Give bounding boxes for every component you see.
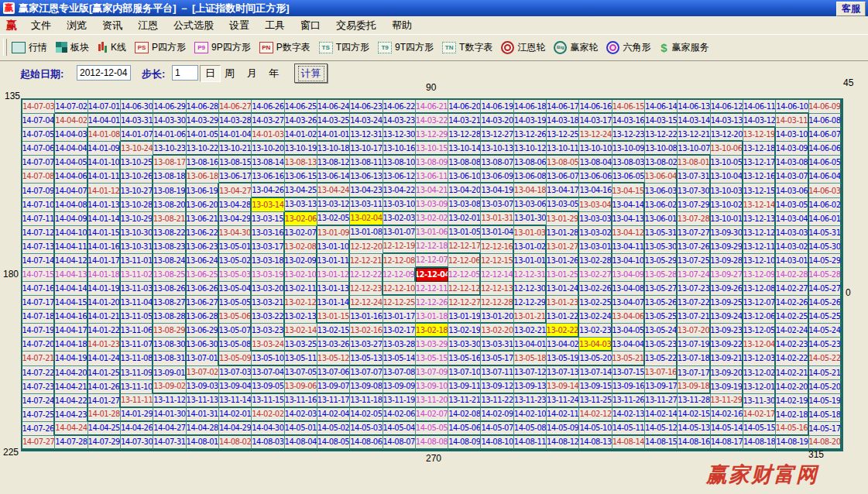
date-cell[interactable]: 13-08-20 [153,198,186,212]
date-cell[interactable]: 14-02-14 [645,408,678,422]
date-cell[interactable]: 14-02-18 [776,408,808,422]
date-cell[interactable]: 14-04-02 [55,114,87,128]
date-cell[interactable]: 14-08-03 [252,436,284,450]
date-cell[interactable]: 14-07-04 [22,114,55,128]
date-cell[interactable]: 13-11-03 [121,282,153,296]
date-cell[interactable]: 14-02-09 [481,408,513,422]
date-cell[interactable]: 13-02-28 [579,254,612,268]
date-cell[interactable]: 13-05-10 [252,352,284,365]
date-cell[interactable]: 14-02-07 [416,408,448,422]
date-cell[interactable]: 13-07-06 [317,366,350,380]
date-cell[interactable]: 12-12-09 [383,268,416,282]
date-cell[interactable]: 12-12-20 [350,240,383,254]
menu-item[interactable]: 文件 [25,17,57,34]
date-cell[interactable]: 13-09-23 [711,324,743,338]
date-cell[interactable]: 13-09-01 [153,366,186,380]
date-cell[interactable]: 13-02-16 [350,324,383,338]
date-cell[interactable]: 13-01-22 [547,310,579,324]
date-cell[interactable]: 14-03-08 [776,156,808,170]
menu-item[interactable]: 资讯 [96,17,129,34]
date-cell[interactable]: 13-08-30 [153,338,186,352]
date-cell[interactable]: 13-07-02 [187,366,219,380]
date-cell[interactable]: 13-10-11 [547,142,579,156]
date-cell[interactable]: 14-03-27 [252,114,284,128]
date-cell[interactable]: 14-05-31 [809,226,842,240]
date-cell[interactable]: 14-04-22 [55,394,87,408]
date-cell[interactable]: 14-04-15 [55,296,87,310]
date-cell[interactable]: 13-06-02 [645,198,678,212]
date-cell[interactable]: 14-08-10 [481,436,513,450]
date-cell[interactable]: 13-07-16 [645,366,678,380]
date-cell[interactable]: 12-12-25 [383,296,416,310]
menu-item[interactable]: 公式选股 [167,17,220,34]
date-cell[interactable]: 14-04-17 [55,324,87,338]
date-cell[interactable]: 13-12-13 [743,212,776,226]
date-cell[interactable]: 14-06-29 [153,100,186,114]
date-cell[interactable]: 13-03-09 [416,198,448,212]
date-cell[interactable]: 13-04-30 [219,226,252,240]
date-cell[interactable]: 14-04-26 [121,422,153,436]
date-cell[interactable]: 13-12-08 [743,282,776,296]
date-cell[interactable]: 13-11-19 [383,394,416,408]
date-cell[interactable]: 13-07-23 [678,282,710,296]
date-cell[interactable]: 13-09-08 [350,380,383,394]
date-cell[interactable]: 13-05-25 [645,310,678,324]
date-cell[interactable]: 13-08-08 [448,156,481,170]
date-cell[interactable]: 14-03-28 [219,114,252,128]
date-cell[interactable]: 13-04-21 [416,184,448,197]
date-cell[interactable]: 14-02-28 [776,268,808,282]
date-cell[interactable]: 13-08-07 [481,156,513,170]
date-cell[interactable]: 13-04-22 [383,184,416,197]
date-cell[interactable]: 14-01-23 [88,338,121,352]
date-cell[interactable]: 13-11-22 [481,394,513,408]
date-cell[interactable]: 13-09-20 [711,366,743,380]
date-cell[interactable]: 13-01-06 [416,226,448,240]
date-cell[interactable]: 13-09-04 [219,380,252,394]
date-cell[interactable]: 14-05-12 [645,422,678,436]
date-cell[interactable]: 14-07-10 [22,198,55,212]
date-cell[interactable]: 13-09-06 [285,380,317,394]
date-cell[interactable]: 13-12-19 [743,128,776,142]
date-cell[interactable]: 14-02-03 [285,408,317,422]
date-cell[interactable]: 13-09-10 [416,380,448,394]
date-cell[interactable]: 14-08-09 [448,436,481,450]
date-cell[interactable]: 13-03-22 [252,310,284,324]
date-cell[interactable]: 13-06-24 [187,254,219,268]
date-cell[interactable]: 12-12-30 [514,282,547,296]
date-cell[interactable]: 13-06-26 [187,282,219,296]
date-cell[interactable]: 14-02-24 [776,324,808,338]
date-cell[interactable]: 14-02-05 [350,408,383,422]
date-cell[interactable]: 13-08-17 [153,156,186,170]
date-cell[interactable]: 13-05-29 [645,254,678,268]
date-cell[interactable]: 14-07-25 [22,408,55,422]
date-cell[interactable]: 13-12-10 [743,254,776,268]
date-cell[interactable]: 13-03-29 [416,338,448,352]
date-cell[interactable]: 13-04-08 [612,282,645,296]
date-cell[interactable]: 13-05-13 [350,352,383,365]
date-cell[interactable]: 14-04-04 [55,142,87,156]
date-cell[interactable]: 13-03-02 [579,226,612,240]
date-cell[interactable]: 14-02-20 [776,380,808,394]
date-cell[interactable]: 14-06-18 [514,100,547,114]
date-cell[interactable]: 14-03-21 [448,114,481,128]
date-cell[interactable]: 13-01-04 [481,226,513,240]
date-cell[interactable]: 14-08-01 [187,436,219,450]
date-cell[interactable]: 13-12-20 [711,128,743,142]
date-cell[interactable]: 13-10-13 [481,142,513,156]
date-cell[interactable]: 13-09-30 [711,226,743,240]
date-cell[interactable]: 13-04-12 [612,226,645,240]
date-cell[interactable]: 13-02-09 [285,254,317,268]
date-cell[interactable]: 13-09-16 [612,380,645,394]
date-cell[interactable]: 14-03-02 [776,240,808,254]
date-cell[interactable]: 14-06-27 [219,100,252,114]
date-cell[interactable]: 14-04-24 [55,422,87,436]
date-cell[interactable]: 13-02-22 [547,324,579,338]
date-cell[interactable]: 13-04-16 [579,184,612,197]
date-cell[interactable]: 14-06-06 [809,142,842,156]
date-cell[interactable]: 13-04-18 [514,184,547,197]
date-cell[interactable]: 13-09-07 [317,380,350,394]
date-cell[interactable]: 13-06-10 [448,170,481,184]
date-cell[interactable]: 13-07-12 [514,366,547,380]
date-cell[interactable]: 13-09-25 [711,296,743,310]
date-cell[interactable]: 13-08-03 [612,156,645,170]
